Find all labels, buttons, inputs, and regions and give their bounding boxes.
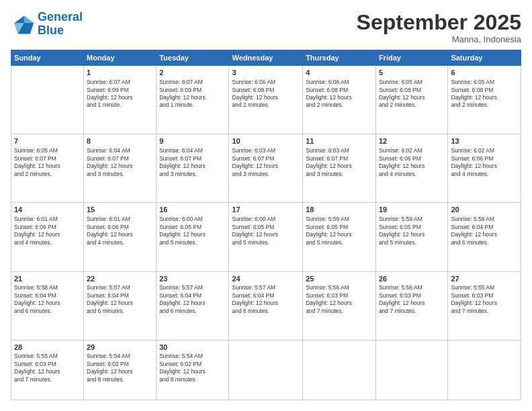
day-info: Sunrise: 5:57 AM Sunset: 6:04 PM Dayligh… [232,284,300,315]
calendar-cell [375,340,447,400]
calendar-cell [229,340,303,400]
calendar-week-4: 28Sunrise: 5:55 AM Sunset: 6:03 PM Dayli… [11,340,521,400]
calendar-cell: 21Sunrise: 5:58 AM Sunset: 6:04 PM Dayli… [11,271,84,340]
calendar-cell: 30Sunrise: 5:54 AM Sunset: 6:02 PM Dayli… [157,340,229,400]
calendar-cell: 13Sunrise: 6:02 AM Sunset: 6:06 PM Dayli… [448,134,521,203]
day-number: 23 [159,274,226,284]
weekday-friday: Friday [375,50,447,66]
day-number: 24 [232,274,300,284]
day-info: Sunrise: 6:05 AM Sunset: 6:08 PM Dayligh… [451,79,518,109]
calendar-cell: 18Sunrise: 5:59 AM Sunset: 6:05 PM Dayli… [303,203,376,271]
calendar-week-0: 1Sunrise: 6:07 AM Sunset: 6:09 PM Daylig… [11,66,521,134]
day-number: 27 [451,274,518,284]
calendar-cell: 4Sunrise: 6:06 AM Sunset: 6:08 PM Daylig… [303,66,376,134]
calendar-cell: 24Sunrise: 5:57 AM Sunset: 6:04 PM Dayli… [229,271,303,340]
logo-text: General Blue [38,11,83,38]
day-info: Sunrise: 6:05 AM Sunset: 6:08 PM Dayligh… [379,79,445,109]
calendar-body: 1Sunrise: 6:07 AM Sunset: 6:09 PM Daylig… [11,66,521,400]
calendar-cell: 10Sunrise: 6:03 AM Sunset: 6:07 PM Dayli… [229,134,303,203]
month-title: September 2025 [357,11,521,34]
calendar-cell: 28Sunrise: 5:55 AM Sunset: 6:03 PM Dayli… [11,340,84,400]
day-number: 25 [306,274,373,284]
day-info: Sunrise: 6:04 AM Sunset: 6:07 PM Dayligh… [87,147,153,178]
day-info: Sunrise: 5:57 AM Sunset: 6:04 PM Dayligh… [159,284,226,315]
day-info: Sunrise: 6:07 AM Sunset: 6:09 PM Dayligh… [159,79,226,109]
calendar-cell: 23Sunrise: 5:57 AM Sunset: 6:04 PM Dayli… [157,271,229,340]
day-number: 21 [14,274,81,284]
calendar-cell: 7Sunrise: 6:05 AM Sunset: 6:07 PM Daylig… [11,134,84,203]
day-number: 20 [451,205,518,215]
day-info: Sunrise: 6:00 AM Sunset: 6:05 PM Dayligh… [232,216,300,246]
calendar-cell: 26Sunrise: 5:56 AM Sunset: 6:03 PM Dayli… [375,271,447,340]
day-number: 15 [87,205,153,215]
calendar-table: Sunday Monday Tuesday Wednesday Thursday… [11,50,521,400]
day-info: Sunrise: 5:55 AM Sunset: 6:03 PM Dayligh… [451,284,518,315]
day-number: 16 [159,205,226,215]
weekday-tuesday: Tuesday [157,50,229,66]
page: General Blue September 2025 Manna, Indon… [0,0,532,411]
calendar-cell: 2Sunrise: 6:07 AM Sunset: 6:09 PM Daylig… [157,66,229,134]
day-number: 29 [87,342,153,353]
day-info: Sunrise: 5:58 AM Sunset: 6:04 PM Dayligh… [14,284,81,315]
weekday-thursday: Thursday [303,50,376,66]
calendar-cell: 16Sunrise: 6:00 AM Sunset: 6:05 PM Dayli… [157,203,229,271]
weekday-monday: Monday [84,50,157,66]
calendar-cell: 9Sunrise: 6:04 AM Sunset: 6:07 PM Daylig… [157,134,229,203]
day-number: 1 [87,68,153,78]
day-info: Sunrise: 6:04 AM Sunset: 6:07 PM Dayligh… [159,147,226,178]
day-info: Sunrise: 6:03 AM Sunset: 6:07 PM Dayligh… [232,147,300,178]
day-info: Sunrise: 6:02 AM Sunset: 6:06 PM Dayligh… [379,147,445,178]
calendar-cell: 14Sunrise: 6:01 AM Sunset: 6:06 PM Dayli… [11,203,84,271]
day-number: 11 [306,136,373,146]
day-number: 2 [159,68,226,78]
day-info: Sunrise: 6:06 AM Sunset: 6:08 PM Dayligh… [232,79,300,109]
day-number: 26 [379,274,445,284]
calendar-cell: 3Sunrise: 6:06 AM Sunset: 6:08 PM Daylig… [229,66,303,134]
day-number: 6 [451,68,518,78]
day-number: 5 [379,68,445,78]
weekday-sunday: Sunday [11,50,84,66]
day-info: Sunrise: 6:02 AM Sunset: 6:06 PM Dayligh… [451,147,518,178]
day-info: Sunrise: 6:03 AM Sunset: 6:07 PM Dayligh… [306,147,373,178]
title-block: September 2025 Manna, Indonesia [357,11,521,44]
day-number: 22 [87,274,153,284]
day-info: Sunrise: 6:00 AM Sunset: 6:05 PM Dayligh… [159,216,226,246]
calendar-cell: 27Sunrise: 5:55 AM Sunset: 6:03 PM Dayli… [448,271,521,340]
day-info: Sunrise: 5:54 AM Sunset: 6:02 PM Dayligh… [87,353,153,383]
calendar-cell: 8Sunrise: 6:04 AM Sunset: 6:07 PM Daylig… [84,134,157,203]
calendar-cell: 5Sunrise: 6:05 AM Sunset: 6:08 PM Daylig… [375,66,447,134]
day-number: 8 [87,136,153,146]
day-info: Sunrise: 5:55 AM Sunset: 6:03 PM Dayligh… [14,353,81,383]
weekday-row: Sunday Monday Tuesday Wednesday Thursday… [11,50,521,66]
day-number: 3 [232,68,300,78]
day-info: Sunrise: 6:07 AM Sunset: 6:09 PM Dayligh… [87,79,153,109]
calendar-week-3: 21Sunrise: 5:58 AM Sunset: 6:04 PM Dayli… [11,271,521,340]
day-info: Sunrise: 5:54 AM Sunset: 6:02 PM Dayligh… [159,353,226,383]
calendar-cell [448,340,521,400]
calendar-cell: 17Sunrise: 6:00 AM Sunset: 6:05 PM Dayli… [229,203,303,271]
day-number: 10 [232,136,300,146]
calendar-cell: 15Sunrise: 6:01 AM Sunset: 6:06 PM Dayli… [84,203,157,271]
day-number: 9 [159,136,226,146]
calendar-cell: 6Sunrise: 6:05 AM Sunset: 6:08 PM Daylig… [448,66,521,134]
day-number: 30 [159,342,226,353]
calendar-cell: 1Sunrise: 6:07 AM Sunset: 6:09 PM Daylig… [84,66,157,134]
location-subtitle: Manna, Indonesia [357,34,521,44]
day-info: Sunrise: 5:56 AM Sunset: 6:03 PM Dayligh… [306,284,373,315]
calendar-week-2: 14Sunrise: 6:01 AM Sunset: 6:06 PM Dayli… [11,203,521,271]
calendar-cell: 19Sunrise: 5:59 AM Sunset: 6:05 PM Dayli… [375,203,447,271]
weekday-saturday: Saturday [448,50,521,66]
calendar-cell: 29Sunrise: 5:54 AM Sunset: 6:02 PM Dayli… [84,340,157,400]
calendar-cell: 20Sunrise: 5:58 AM Sunset: 6:04 PM Dayli… [448,203,521,271]
weekday-wednesday: Wednesday [229,50,303,66]
day-info: Sunrise: 5:59 AM Sunset: 6:05 PM Dayligh… [379,216,445,246]
calendar-cell: 25Sunrise: 5:56 AM Sunset: 6:03 PM Dayli… [303,271,376,340]
logo: General Blue [11,11,83,38]
header: General Blue September 2025 Manna, Indon… [11,11,521,44]
day-info: Sunrise: 6:05 AM Sunset: 6:07 PM Dayligh… [14,147,81,178]
day-info: Sunrise: 5:56 AM Sunset: 6:03 PM Dayligh… [379,284,445,315]
day-info: Sunrise: 6:01 AM Sunset: 6:06 PM Dayligh… [14,216,81,246]
calendar-header: Sunday Monday Tuesday Wednesday Thursday… [11,50,521,66]
day-info: Sunrise: 5:59 AM Sunset: 6:05 PM Dayligh… [306,216,373,246]
day-number: 28 [14,342,81,353]
